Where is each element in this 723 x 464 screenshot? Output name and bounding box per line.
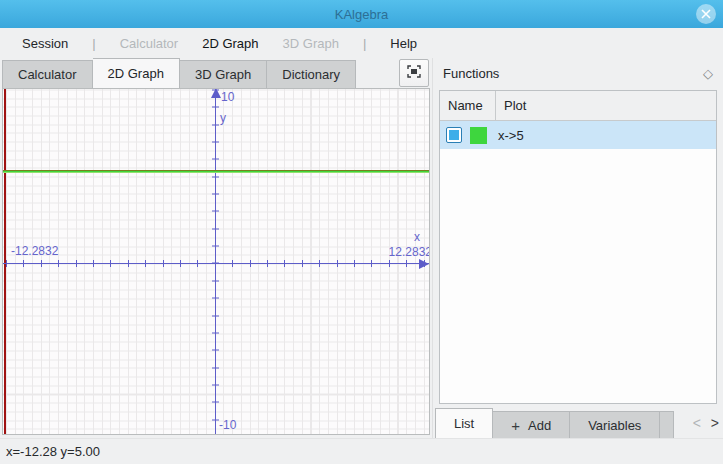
cursor-coordinates: x=-12.28 y=5.00 <box>6 444 100 459</box>
x-max-label: 12.2832 <box>389 245 430 259</box>
graph-pane: Calculator 2D Graph 3D Graph Dictionary <box>0 58 432 438</box>
kalgebra-window: KAlgebra Session | Calculator 2D Graph 3… <box>0 0 723 464</box>
menu-session[interactable]: Session <box>10 36 80 51</box>
tab-scrollers: < > <box>691 408 723 438</box>
function-color-swatch[interactable] <box>470 127 487 144</box>
menu-calculator[interactable]: Calculator <box>108 36 191 51</box>
titlebar[interactable]: KAlgebra <box>0 0 723 28</box>
tab-calculator[interactable]: Calculator <box>2 60 93 88</box>
menu-separator: | <box>351 36 378 51</box>
x-axis <box>3 263 429 264</box>
tab-add[interactable]: + Add <box>493 411 570 438</box>
function-expression: x->5 <box>498 128 524 143</box>
dock-float-icon[interactable]: ◇ <box>703 66 713 81</box>
column-header-name[interactable]: Name <box>440 91 496 120</box>
tab-clipped[interactable] <box>660 411 674 438</box>
menu-2d-graph[interactable]: 2D Graph <box>190 36 270 51</box>
tab-list[interactable]: List <box>435 408 493 438</box>
menu-3d-graph[interactable]: 3D Graph <box>271 36 351 51</box>
y-axis-arrow-icon <box>211 88 221 98</box>
close-icon <box>701 9 711 19</box>
function-visibility-checkbox[interactable] <box>446 127 462 143</box>
y-min-label: -10 <box>219 418 236 432</box>
x-axis-name-label: x <box>414 230 420 244</box>
function-row[interactable]: x->5 <box>440 121 716 149</box>
functions-panel: Functions ◇ Name Plot x->5 List + Add <box>432 58 723 438</box>
y-axis-name-label: y <box>220 111 226 125</box>
y-axis <box>215 89 216 434</box>
menubar: Session | Calculator 2D Graph 3D Graph |… <box>0 28 723 58</box>
tab-dictionary[interactable]: Dictionary <box>267 60 356 88</box>
tab-2d-graph[interactable]: 2D Graph <box>93 58 180 88</box>
fullscreen-icon <box>407 65 421 81</box>
statusbar: x=-12.28 y=5.00 <box>0 438 723 464</box>
main-content: Calculator 2D Graph 3D Graph Dictionary <box>0 58 723 438</box>
y-max-label: 10 <box>221 90 234 104</box>
functions-table: Name Plot x->5 <box>439 90 717 404</box>
main-tab-bar: Calculator 2D Graph 3D Graph Dictionary <box>0 58 432 88</box>
plus-icon: + <box>511 417 520 434</box>
tab-variables[interactable]: Variables <box>570 411 660 438</box>
x-min-label: -12.2832 <box>11 244 58 258</box>
scroll-right-icon[interactable]: > <box>711 415 719 431</box>
close-button[interactable] <box>696 4 716 24</box>
column-header-plot[interactable]: Plot <box>496 98 534 113</box>
functions-tab-bar: List + Add Variables < > <box>433 408 723 438</box>
menu-help[interactable]: Help <box>378 36 429 51</box>
window-title: KAlgebra <box>335 7 388 22</box>
functions-panel-title: Functions <box>443 66 703 81</box>
x-axis-arrow-icon <box>419 259 429 269</box>
fullscreen-button[interactable] <box>399 59 429 87</box>
tab-3d-graph[interactable]: 3D Graph <box>180 60 267 88</box>
scroll-left-icon[interactable]: < <box>693 415 701 431</box>
menu-separator: | <box>80 36 107 51</box>
functions-panel-header: Functions ◇ <box>433 58 723 88</box>
graph-canvas[interactable]: 10 y -10 -12.2832 x 12.2832 <box>2 88 430 435</box>
functions-table-header: Name Plot <box>440 91 716 121</box>
plotted-function-line <box>3 170 429 173</box>
